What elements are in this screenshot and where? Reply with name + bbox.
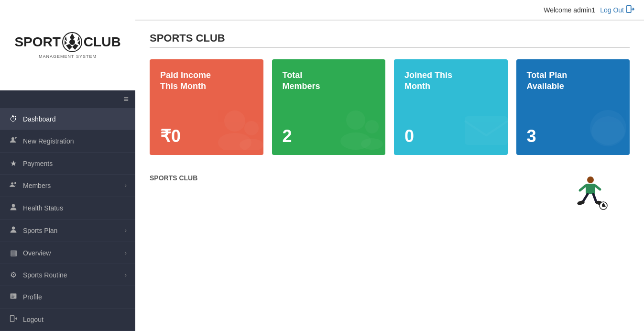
logout-link-label: Log Out xyxy=(600,6,624,14)
svg-line-39 xyxy=(583,194,588,202)
topbar: Welcome admin1 Log Out xyxy=(135,0,644,21)
sidebar-sports-plan-label: Sports Plan xyxy=(23,227,120,234)
bottom-label: SPORTS CLUB xyxy=(150,174,197,182)
sidebar: SPORT CLUB MANAGEMENT SYSTEM xyxy=(0,0,135,331)
hamburger-icon[interactable]: ≡ xyxy=(123,94,129,104)
main-content: Welcome admin1 Log Out SPORTS CLUB Paid … xyxy=(135,0,644,331)
logout-link[interactable]: Log Out xyxy=(600,5,634,15)
svg-point-16 xyxy=(12,227,15,230)
svg-line-40 xyxy=(593,194,596,202)
logo-club: CLUB xyxy=(84,34,121,50)
svg-point-14 xyxy=(14,182,16,184)
payments-icon: ★ xyxy=(9,159,18,168)
title-divider xyxy=(150,47,630,48)
sidebar-item-logout[interactable]: Logout xyxy=(0,309,135,331)
card-total-members: TotalMembers 2 xyxy=(272,59,386,155)
card-paid-income: Paid IncomeThis Month ₹0 xyxy=(150,59,263,155)
card-total-members-title: TotalMembers xyxy=(283,70,375,92)
profile-icon xyxy=(9,292,18,302)
sidebar-new-reg-label: New Registration xyxy=(23,137,127,145)
card-total-members-value: 2 xyxy=(283,126,375,146)
logout-arrow-icon xyxy=(626,5,634,15)
content-area: SPORTS CLUB Paid IncomeThis Month ₹0 Tot… xyxy=(135,21,644,229)
card-joined-month-title: Joined ThisMonth xyxy=(404,70,497,92)
svg-rect-21 xyxy=(11,316,14,322)
logo-sport: SPORT xyxy=(14,34,60,50)
svg-point-10 xyxy=(11,137,14,140)
sidebar-health-label: Health Status xyxy=(23,204,127,212)
welcome-text: Welcome admin1 xyxy=(544,6,595,14)
members-icon xyxy=(9,181,18,190)
svg-point-13 xyxy=(11,182,13,185)
cards-row: Paid IncomeThis Month ₹0 TotalMembers 2 xyxy=(150,59,630,155)
card-total-plan-title: Total PlanAvailable xyxy=(527,70,620,92)
overview-icon: ▦ xyxy=(9,248,18,257)
sidebar-item-health-status[interactable]: Health Status xyxy=(0,197,135,220)
card-paid-income-value: ₹0 xyxy=(160,126,253,146)
sports-plan-icon xyxy=(9,226,18,235)
card-total-plan-value: 3 xyxy=(527,126,620,146)
sports-routine-chevron-icon: › xyxy=(125,272,127,278)
svg-point-46 xyxy=(602,204,605,207)
sports-plan-chevron-icon: › xyxy=(125,227,127,234)
logo-area: SPORT CLUB MANAGEMENT SYSTEM xyxy=(0,0,135,90)
sidebar-item-sports-routine[interactable]: ⚙ Sports Routine › xyxy=(0,264,135,286)
logo-text: SPORT CLUB xyxy=(14,32,120,53)
sidebar-profile-label: Profile xyxy=(23,293,127,301)
bottom-section: SPORTS CLUB xyxy=(150,174,630,217)
svg-rect-23 xyxy=(627,6,631,12)
card-paid-income-title: Paid IncomeThis Month xyxy=(160,70,253,92)
soccer-player-icon xyxy=(572,174,611,212)
dashboard-icon: ⏱ xyxy=(9,115,18,123)
members-chevron-icon: › xyxy=(125,182,127,189)
svg-line-38 xyxy=(595,186,600,189)
sidebar-item-members[interactable]: Members › xyxy=(0,175,135,197)
sidebar-item-label: Dashboard xyxy=(23,115,127,123)
sidebar-item-new-registration[interactable]: New Registration xyxy=(0,130,135,153)
sidebar-item-overview[interactable]: ▦ Overview › xyxy=(0,242,135,264)
sidebar-sports-routine-label: Sports Routine xyxy=(23,271,120,279)
svg-point-35 xyxy=(587,177,594,183)
sports-routine-icon: ⚙ xyxy=(9,270,18,279)
sidebar-logout-label: Logout xyxy=(23,316,127,323)
new-registration-icon xyxy=(9,136,18,146)
sidebar-overview-label: Overview xyxy=(23,249,120,257)
svg-rect-36 xyxy=(586,184,595,194)
soccer-player-container xyxy=(207,174,630,217)
card-joined-month-value: 0 xyxy=(404,126,497,146)
sidebar-members-label: Members xyxy=(23,182,120,189)
page-title: SPORTS CLUB xyxy=(150,32,630,44)
svg-line-37 xyxy=(580,186,586,190)
svg-point-15 xyxy=(12,204,15,207)
sidebar-item-payments[interactable]: ★ Payments xyxy=(0,153,135,175)
logo-box: SPORT CLUB MANAGEMENT SYSTEM xyxy=(25,10,111,81)
svg-point-9 xyxy=(69,39,75,45)
card-joined-month: Joined ThisMonth 0 xyxy=(394,59,508,155)
soccer-ball-icon xyxy=(62,32,83,53)
card-total-plan: Total PlanAvailable 3 xyxy=(516,59,630,155)
sidebar-payments-label: Payments xyxy=(23,160,127,167)
hamburger-row: ≡ xyxy=(0,90,135,109)
sidebar-item-sports-plan[interactable]: Sports Plan › xyxy=(0,220,135,242)
overview-chevron-icon: › xyxy=(125,250,127,256)
logout-icon xyxy=(9,315,18,324)
sidebar-item-dashboard[interactable]: ⏱ Dashboard xyxy=(0,109,135,130)
health-status-icon xyxy=(9,203,18,213)
sidebar-item-profile[interactable]: Profile xyxy=(0,286,135,309)
logo-sub: MANAGEMENT SYSTEM xyxy=(39,54,97,59)
